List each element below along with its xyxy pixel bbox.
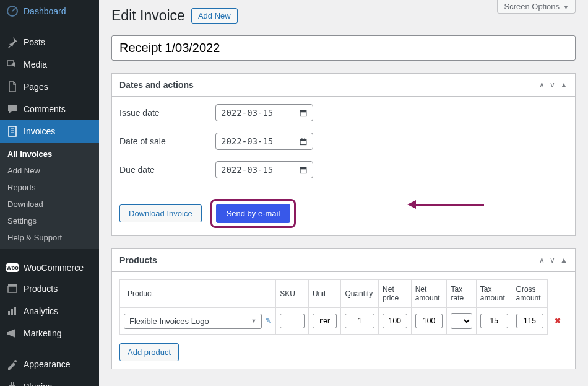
submenu-download[interactable]: Download [0,196,99,213]
svg-rect-6 [8,286,17,292]
send-by-email-button[interactable]: Send by e-mail [216,204,291,223]
svg-rect-8 [8,311,10,315]
sidebar-item-marketing[interactable]: Marketing [0,322,99,344]
woo-icon: Woo [6,263,19,272]
pin-icon [6,36,19,48]
due-date-input[interactable]: 2022-03-15 [215,161,313,178]
col-product: Product [120,280,276,308]
calendar-icon [299,108,308,117]
marketing-icon [6,327,19,340]
panel-move-down-icon[interactable]: ∨ [550,256,555,265]
tax-amount-input[interactable] [480,314,508,328]
sidebar-item-posts[interactable]: Posts [0,31,99,53]
products-panel: Products ∧ ∨ ▲ Product SKU Unit Quantity… [111,248,576,369]
sidebar-label: Products [24,284,58,294]
net-amount-input[interactable] [415,314,443,328]
sidebar-label: Appearance [24,359,71,369]
invoice-title-input[interactable] [111,35,576,61]
sidebar-label: Posts [24,37,45,47]
panel-move-down-icon[interactable]: ∨ [550,81,555,89]
net-price-input[interactable] [383,314,407,328]
add-new-button[interactable]: Add New [191,8,238,24]
sku-input[interactable] [280,314,305,328]
qty-input[interactable] [345,314,374,328]
svg-point-12 [14,360,17,362]
download-invoice-button[interactable]: Download Invoice [119,204,202,222]
sidebar-item-dashboard[interactable]: Dashboard [0,0,99,22]
submenu-settings[interactable]: Settings [0,213,99,229]
appearance-icon [6,358,19,371]
col-gross-amount: Gross amount [512,280,548,308]
sidebar-label: Marketing [24,328,61,338]
submenu-reports[interactable]: Reports [0,179,99,196]
chevron-down-icon: ▼ [251,318,256,324]
svg-rect-9 [11,309,13,315]
col-tax-amount: Tax amount [476,280,512,308]
sidebar-item-comments[interactable]: Comments [0,98,99,120]
annotation-arrow [407,200,484,209]
sidebar-item-pages[interactable]: Pages [0,76,99,98]
svg-rect-14 [300,111,306,113]
sidebar-item-invoices[interactable]: Invoices [0,120,99,143]
sidebar-item-appearance[interactable]: Appearance [0,353,99,375]
svg-rect-10 [14,307,16,315]
issue-date-label: Issue date [119,108,215,118]
col-net-amount: Net amount [411,280,447,308]
panel-move-up-icon[interactable]: ∧ [539,81,545,89]
sale-date-label: Date of sale [119,136,215,146]
sidebar-submenu-invoices: All Invoices Add New Reports Download Se… [0,143,99,249]
sidebar-item-products[interactable]: Products [0,278,99,300]
edit-product-icon[interactable]: ✎ [266,317,272,325]
issue-date-input[interactable]: 2022-03-15 [215,104,313,121]
sidebar-label: Pages [24,82,48,92]
svg-rect-7 [8,284,17,286]
sidebar-label: Plugins [24,382,52,386]
sidebar-label: WooCommerce [24,263,84,273]
sidebar-label: Analytics [24,306,58,316]
sidebar-label: Invoices [24,126,55,136]
due-date-label: Due date [119,165,215,175]
svg-rect-11 [7,332,9,335]
comment-icon [6,103,19,115]
sidebar-item-woocommerce[interactable]: Woo WooCommerce [0,258,99,278]
gross-amount-input[interactable] [516,314,544,328]
col-unit: Unit [308,280,341,308]
panel-title: Dates and actions [119,80,194,90]
tax-rate-select[interactable] [451,313,472,329]
products-icon [6,283,19,295]
sidebar-label: Dashboard [24,6,66,16]
annotation-highlight: Send by e-mail [210,199,296,228]
col-sku: SKU [276,280,309,308]
product-select[interactable]: Flexible Invoices Logo ▼ [124,314,262,329]
sale-date-input[interactable]: 2022-03-15 [215,133,313,150]
panel-toggle-icon[interactable]: ▲ [560,81,568,89]
calendar-icon [299,165,308,174]
table-row: Flexible Invoices Logo ▼ ✎ [120,308,568,335]
dashboard-icon [6,5,19,17]
sidebar-item-analytics[interactable]: Analytics [0,300,99,322]
invoice-icon [6,125,19,138]
screen-options-toggle[interactable]: Screen Options [497,0,576,14]
add-product-button[interactable]: Add product [119,343,179,361]
plugin-icon [6,380,19,386]
panel-move-up-icon[interactable]: ∧ [539,256,545,265]
col-net-price: Net price [379,280,412,308]
products-table: Product SKU Unit Quantity Net price Net … [119,279,568,335]
media-icon [6,58,19,71]
panel-toggle-icon[interactable]: ▲ [560,256,568,265]
submenu-add-new[interactable]: Add New [0,162,99,179]
delete-row-icon[interactable]: ✖ [551,317,563,325]
submenu-all-invoices[interactable]: All Invoices [0,146,99,162]
col-qty: Quantity [341,280,379,308]
unit-input[interactable] [313,314,337,328]
admin-sidebar: Dashboard Posts Media Pages Comments Inv… [0,0,99,386]
sidebar-item-plugins[interactable]: Plugins [0,375,99,386]
svg-rect-18 [300,139,306,141]
calendar-icon [299,137,308,146]
panel-title: Products [119,255,157,265]
page-icon [6,81,19,93]
sidebar-item-media[interactable]: Media [0,53,99,76]
sidebar-label: Comments [24,104,66,114]
submenu-help[interactable]: Help & Support [0,229,99,246]
dates-actions-panel: Dates and actions ∧ ∨ ▲ Issue date 2022-… [111,73,576,236]
